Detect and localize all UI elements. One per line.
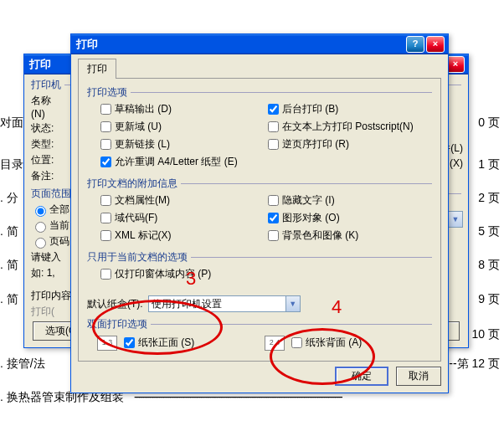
bg-text: 10 页 <box>472 327 500 342</box>
front-sheet-icon: 1 3 <box>97 336 117 351</box>
label: 打印内容 <box>31 289 71 303</box>
chevron-down-icon: ▼ <box>285 296 300 311</box>
bg-text: 8 页 <box>478 258 500 273</box>
bg-text: . 简 <box>0 258 18 273</box>
chevron-down-icon: ▼ <box>448 212 462 227</box>
titlebar-front[interactable]: 打印 ? × <box>71 34 448 54</box>
default-tray-combo[interactable]: 使用打印机设置 ▼ <box>148 295 301 312</box>
bg-text: 5 页 <box>478 224 500 239</box>
checkbox-back[interactable]: 纸张背面 (A) <box>288 335 362 351</box>
checkbox[interactable]: 草稿输出 (D) <box>97 101 265 117</box>
checkbox-front[interactable]: 纸张正面 (S) <box>121 335 194 351</box>
ok-button[interactable]: 确定 <box>335 367 388 386</box>
checkbox[interactable]: 文档属性(M) <box>97 192 265 208</box>
checkbox[interactable]: 逆页序打印 (R) <box>265 136 432 152</box>
bg-text: . 接管/法 <box>0 357 45 372</box>
checkbox[interactable]: 隐藏文字 (I) <box>265 192 432 208</box>
print-options-dialog: 打印 ? × 打印 打印选项 草稿输出 (D)更新域 (U)更新链接 (L)允许… <box>70 33 449 393</box>
group-current: 只用于当前文档的选项 <box>87 250 432 264</box>
help-button[interactable]: ? <box>406 36 424 53</box>
bg-text: 对面 <box>0 115 23 131</box>
tab-print[interactable]: 打印 <box>78 59 116 79</box>
close-button[interactable]: × <box>426 36 445 53</box>
bg-text: . 简 <box>0 224 18 239</box>
label: 类型: <box>31 137 64 151</box>
checkbox[interactable]: XML 标记(X) <box>97 228 265 244</box>
checkbox[interactable]: 更新链接 (L) <box>97 136 265 152</box>
bg-text: . 简 <box>0 292 18 307</box>
window-title: 打印 <box>75 37 404 52</box>
opts-left-col: 草稿输出 (D)更新域 (U)更新链接 (L)允许重调 A4/Letter 纸型… <box>97 100 265 172</box>
label: 状态: <box>31 121 64 136</box>
back-sheet-icon: 2 4 <box>265 336 285 351</box>
checkbox[interactable]: 在文本上方打印 Postscript(N) <box>265 119 432 135</box>
checkbox[interactable]: 背景色和图像 (K) <box>265 228 432 244</box>
bg-text: . 分 <box>0 191 18 206</box>
label: 位置: <box>31 153 64 167</box>
bg-text: 1 页 <box>478 157 500 172</box>
bg-text: 2 页 <box>478 191 500 206</box>
opts-right-col: 后台打印 (B)在文本上方打印 Postscript(N)逆页序打印 (R) <box>265 100 432 172</box>
group-print-options: 打印选项 <box>87 85 432 100</box>
checkbox[interactable]: 图形对象 (O) <box>265 210 432 226</box>
attach-left-col: 文档属性(M)域代码(F)XML 标记(X) <box>97 191 265 245</box>
label: 备注: <box>31 169 64 183</box>
checkbox-form-only[interactable]: 仅打印窗体域内容 (P) <box>97 266 432 282</box>
checkbox[interactable]: 更新域 (U) <box>97 119 265 135</box>
checkbox[interactable]: 后台打印 (B) <box>265 101 432 117</box>
group-attach: 打印文档的附加信息 <box>87 177 432 191</box>
label: 名称(N) <box>31 94 64 120</box>
bg-text: 0 页 <box>478 115 500 131</box>
cancel-button[interactable]: 取消 <box>396 367 441 386</box>
default-tray-label: 默认纸盒(T): <box>87 297 143 311</box>
group-duplex: 双面打印选项 <box>87 317 432 331</box>
label: 打印( <box>31 305 54 319</box>
bg-text: 目录 <box>0 157 23 172</box>
attach-right-col: 隐藏文字 (I)图形对象 (O)背景色和图像 (K) <box>265 191 432 245</box>
tab-panel: 打印选项 草稿输出 (D)更新域 (U)更新链接 (L)允许重调 A4/Lett… <box>78 78 441 362</box>
bg-text: ---第 12 页 <box>445 357 500 372</box>
checkbox[interactable]: 域代码(F) <box>97 210 265 226</box>
bg-text: 9 页 <box>478 292 500 307</box>
close-button[interactable]: × <box>446 56 465 73</box>
checkbox[interactable]: 允许重调 A4/Letter 纸型 (E) <box>97 154 265 170</box>
